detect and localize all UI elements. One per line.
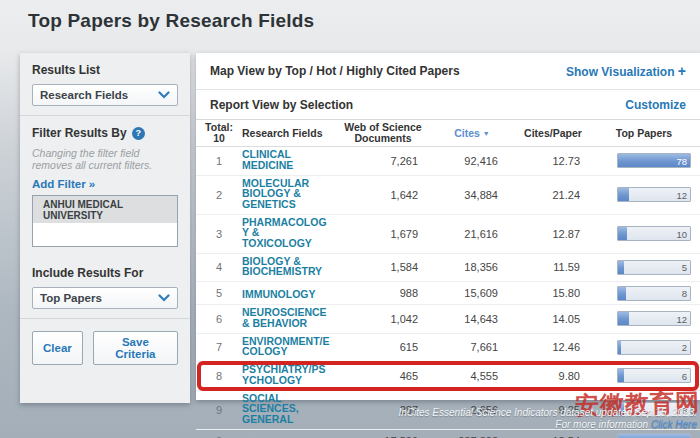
clear-button[interactable]: Clear bbox=[32, 331, 83, 365]
row-field-cell: PHARMACOLOG Y & TOXICOLOGY bbox=[236, 217, 334, 251]
top-papers-bar-fill bbox=[618, 287, 626, 300]
footer-line1: InCites Essential Science Indicators dat… bbox=[398, 407, 697, 419]
top-papers-value: 12 bbox=[676, 189, 687, 200]
row-top-papers-cell: 12 bbox=[594, 311, 694, 326]
save-criteria-button[interactable]: Save Criteria bbox=[93, 331, 178, 365]
top-papers-bar-fill bbox=[618, 369, 624, 382]
column-research-fields[interactable]: Research Fields bbox=[236, 128, 334, 139]
top-papers-bar-fill bbox=[618, 188, 629, 201]
results-list-dropdown[interactable]: Research Fields bbox=[32, 84, 178, 106]
row-cites: 14,643 bbox=[432, 313, 512, 325]
table-row: 8 PSYCHIATRY/PS YCHOLOGY 465 4,555 9.80 … bbox=[196, 362, 700, 391]
map-view-title: Map View by Top / Hot / Highly Cited Pap… bbox=[210, 64, 460, 78]
top-papers-value: 6 bbox=[682, 370, 687, 381]
map-view-header: Map View by Top / Hot / Highly Cited Pap… bbox=[196, 53, 700, 90]
top-papers-value: 10 bbox=[676, 228, 687, 239]
row-top-papers-cell: 5 bbox=[594, 260, 694, 275]
row-rank: 4 bbox=[202, 261, 236, 273]
row-top-papers-cell: 12 bbox=[594, 187, 694, 202]
click-here-link[interactable]: Click Here bbox=[651, 419, 697, 430]
research-field-link[interactable]: SOCIAL SCIENCES, GENERAL bbox=[236, 393, 299, 425]
top-papers-bar-fill bbox=[618, 261, 624, 274]
column-top-papers[interactable]: Top Papers bbox=[594, 128, 694, 139]
row-cites: 4,555 bbox=[432, 370, 512, 382]
include-results-dropdown[interactable]: Top Papers bbox=[32, 287, 178, 309]
results-list-value: Research Fields bbox=[40, 89, 128, 101]
column-cites[interactable]: Cites ▼ bbox=[432, 128, 512, 139]
row-wos-documents: 465 bbox=[334, 370, 432, 382]
filter-listbox[interactable]: ANHUI MEDICAL UNIVERSITY bbox=[32, 195, 178, 247]
row-cites-per-paper: 14.05 bbox=[512, 313, 594, 325]
row-wos-documents: 988 bbox=[334, 287, 432, 299]
row-top-papers-cell: 2 bbox=[594, 340, 694, 355]
footer-line2-prefix: For more information bbox=[555, 419, 651, 430]
results-list-section: Results List Research Fields bbox=[20, 53, 190, 115]
show-visualization-text: Show Visualization bbox=[566, 65, 674, 79]
row-field-cell: ENVIRONMENT/E COLOGY bbox=[236, 336, 334, 360]
chevron-down-icon bbox=[158, 291, 170, 305]
include-results-value: Top Papers bbox=[40, 292, 102, 304]
row-wos-documents: 615 bbox=[334, 341, 432, 353]
top-papers-bar: 78 bbox=[617, 153, 691, 168]
row-rank: 0 bbox=[202, 435, 236, 438]
filter-listbox-item[interactable]: ANHUI MEDICAL UNIVERSITY bbox=[33, 196, 177, 223]
sidebar-buttons: Clear Save Criteria bbox=[20, 319, 190, 377]
table-row: 0 ALL FIELDS 17,526 237,328 13.54 158 bbox=[196, 430, 700, 438]
row-rank: 8 bbox=[202, 370, 236, 382]
row-cites: 237,328 bbox=[432, 435, 512, 438]
column-cites-per-paper[interactable]: Cites/Paper bbox=[512, 128, 594, 139]
research-field-link[interactable]: PSYCHIATRY/PS YCHOLOGY bbox=[236, 364, 325, 385]
main-panel: Map View by Top / Hot / Highly Cited Pap… bbox=[196, 53, 700, 400]
help-icon[interactable]: ? bbox=[132, 127, 145, 140]
row-cites: 21,616 bbox=[432, 228, 512, 240]
research-field-link[interactable]: IMMUNOLOGY bbox=[236, 289, 316, 300]
footer-line2: For more information Click Here bbox=[398, 419, 697, 431]
row-cites-per-paper: 21.24 bbox=[512, 189, 594, 201]
research-field-link[interactable]: CLINICAL MEDICINE bbox=[236, 149, 293, 170]
include-results-label: Include Results For bbox=[32, 266, 178, 280]
top-papers-value: 78 bbox=[676, 155, 687, 166]
row-top-papers-cell: 158 bbox=[594, 433, 694, 438]
row-field-cell: IMMUNOLOGY bbox=[236, 284, 334, 302]
table-row: 6 NEUROSCIENCE & BEHAVIOR 1,042 14,643 1… bbox=[196, 305, 700, 334]
top-papers-bar: 158 bbox=[617, 433, 691, 438]
filter-by-label: Filter Results By ? bbox=[32, 126, 178, 140]
show-visualization-link[interactable]: Show Visualization + bbox=[566, 63, 686, 79]
row-wos-documents: 7,261 bbox=[334, 155, 432, 167]
row-cites: 92,416 bbox=[432, 155, 512, 167]
top-papers-value: 2 bbox=[682, 342, 687, 353]
row-top-papers-cell: 6 bbox=[594, 368, 694, 383]
research-field-link[interactable]: NEUROSCIENCE & BEHAVIOR bbox=[236, 307, 327, 328]
table-row: 2 MOLECULAR BIOLOGY & GENETICS 1,642 34,… bbox=[196, 176, 700, 215]
row-rank: 7 bbox=[202, 341, 236, 353]
research-field-link[interactable]: MOLECULAR BIOLOGY & GENETICS bbox=[236, 178, 309, 210]
screen: Top Papers by Research Fields Results Li… bbox=[0, 0, 700, 438]
top-papers-bar: 6 bbox=[617, 368, 691, 383]
row-cites-per-paper: 12.87 bbox=[512, 228, 594, 240]
footer: InCites Essential Science Indicators dat… bbox=[398, 407, 697, 430]
row-top-papers-cell: 78 bbox=[594, 153, 694, 168]
add-filter-link[interactable]: Add Filter » bbox=[32, 178, 95, 190]
total-count-label: Total: 10 bbox=[202, 122, 236, 144]
table-row: 5 IMMUNOLOGY 988 15,609 15.80 8 bbox=[196, 282, 700, 305]
top-papers-bar: 10 bbox=[617, 226, 691, 241]
row-rank: 5 bbox=[202, 287, 236, 299]
research-field-link[interactable]: PHARMACOLOG Y & TOXICOLOGY bbox=[236, 217, 327, 249]
research-field-link[interactable]: ENVIRONMENT/E COLOGY bbox=[236, 336, 330, 357]
sort-descending-icon: ▼ bbox=[483, 130, 490, 137]
top-papers-bar-fill bbox=[618, 227, 627, 240]
row-wos-documents: 1,042 bbox=[334, 313, 432, 325]
table-row: 1 CLINICAL MEDICINE 7,261 92,416 12.73 7… bbox=[196, 147, 700, 176]
customize-link[interactable]: Customize bbox=[625, 98, 686, 112]
row-rank: 3 bbox=[202, 228, 236, 240]
column-wos-documents[interactable]: Web of Science Documents bbox=[334, 122, 432, 144]
table-row: 4 BIOLOGY & BIOCHEMISTRY 1,584 18,356 11… bbox=[196, 254, 700, 283]
row-cites-per-paper: 15.80 bbox=[512, 287, 594, 299]
page-title: Top Papers by Research Fields bbox=[28, 10, 314, 32]
row-field-cell: CLINICAL MEDICINE bbox=[236, 149, 334, 173]
report-view-header: Report View by Selection Customize bbox=[196, 90, 700, 120]
sidebar: Results List Research Fields Filter Resu… bbox=[20, 53, 190, 403]
research-field-link[interactable]: BIOLOGY & BIOCHEMISTRY bbox=[236, 256, 322, 277]
top-papers-bar-fill bbox=[618, 341, 621, 354]
top-papers-bar: 5 bbox=[617, 260, 691, 275]
